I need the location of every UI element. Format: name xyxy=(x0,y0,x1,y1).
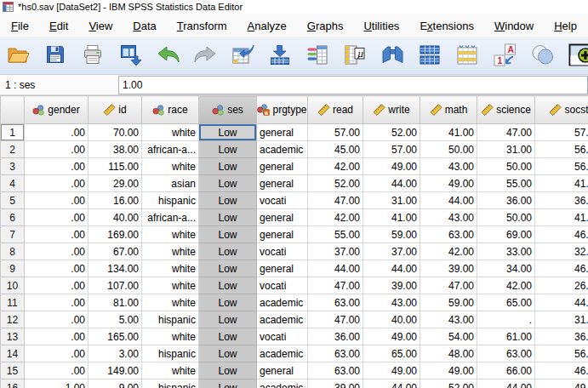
cell-science-1[interactable]: 47.00 xyxy=(477,124,535,141)
cell-math-5[interactable]: 44.00 xyxy=(420,192,477,209)
cell-gender-9[interactable]: .00 xyxy=(25,260,88,277)
cell-prgtype-8[interactable]: vocati xyxy=(257,243,308,260)
row-header-13[interactable]: 13 xyxy=(1,328,25,345)
row-header-7[interactable]: 7 xyxy=(1,226,25,243)
row-header-5[interactable]: 5 xyxy=(1,192,25,209)
cell-socst-11[interactable]: 44.00 xyxy=(535,294,588,311)
select-all-corner[interactable] xyxy=(1,96,25,124)
cell-socst-15[interactable]: 46.00 xyxy=(535,362,588,379)
row-header-8[interactable]: 8 xyxy=(1,243,25,260)
cell-write-8[interactable]: 37.00 xyxy=(363,243,420,260)
cell-read-5[interactable]: 47.00 xyxy=(308,192,363,209)
row-header-12[interactable]: 12 xyxy=(1,311,25,328)
cell-read-14[interactable]: 63.00 xyxy=(308,345,363,362)
cell-socst-7[interactable]: 46.00 xyxy=(535,226,588,243)
column-header-race[interactable]: race xyxy=(142,96,199,124)
cell-math-7[interactable]: 63.00 xyxy=(420,226,477,243)
cell-gender-7[interactable]: .00 xyxy=(25,226,88,243)
cell-read-1[interactable]: 57.00 xyxy=(308,124,363,141)
cell-ses-12[interactable]: Low xyxy=(199,311,257,328)
cell-prgtype-2[interactable]: academic xyxy=(257,141,308,158)
cell-race-12[interactable]: hispanic xyxy=(142,311,199,328)
row-header-11[interactable]: 11 xyxy=(1,294,25,311)
cell-write-15[interactable]: 49.00 xyxy=(363,362,420,379)
cell-prgtype-12[interactable]: academic xyxy=(257,311,308,328)
cell-prgtype-6[interactable]: general xyxy=(257,209,308,226)
cell-gender-8[interactable]: .00 xyxy=(25,243,88,260)
cell-id-3[interactable]: 115.00 xyxy=(88,158,142,175)
cell-socst-8[interactable]: 32.00 xyxy=(535,243,588,260)
cell-math-11[interactable]: 59.00 xyxy=(420,294,477,311)
cell-race-2[interactable]: african-a... xyxy=(142,141,199,158)
cell-id-4[interactable]: 29.00 xyxy=(88,175,142,192)
cell-id-8[interactable]: 67.00 xyxy=(88,243,142,260)
cell-write-16[interactable]: 44.00 xyxy=(363,379,420,388)
row-header-10[interactable]: 10 xyxy=(1,277,25,294)
cell-socst-2[interactable]: 56.00 xyxy=(535,141,588,158)
menu-view[interactable]: View xyxy=(78,15,123,37)
cell-write-1[interactable]: 52.00 xyxy=(363,124,420,141)
cell-race-3[interactable]: white xyxy=(142,158,199,175)
cell-write-4[interactable]: 44.00 xyxy=(363,175,420,192)
cell-math-16[interactable]: 52.00 xyxy=(420,379,477,388)
column-header-ses[interactable]: ses xyxy=(199,96,257,124)
cell-id-16[interactable]: 9.00 xyxy=(88,379,142,388)
cell-write-2[interactable]: 57.00 xyxy=(363,141,420,158)
column-header-id[interactable]: id xyxy=(88,96,142,124)
row-header-6[interactable]: 6 xyxy=(1,209,25,226)
menu-window[interactable]: Window xyxy=(484,15,544,37)
cell-gender-14[interactable]: .00 xyxy=(25,345,88,362)
cell-socst-13[interactable]: 36.00 xyxy=(535,328,588,345)
cell-read-8[interactable]: 37.00 xyxy=(308,243,363,260)
cell-id-14[interactable]: 3.00 xyxy=(88,345,142,362)
goto-variable-button[interactable] xyxy=(266,42,294,71)
column-header-math[interactable]: math xyxy=(420,96,477,124)
cell-science-11[interactable]: 65.00 xyxy=(477,294,535,311)
cell-socst-16[interactable]: 49.00 xyxy=(535,379,588,388)
cell-write-6[interactable]: 41.00 xyxy=(363,209,420,226)
cell-prgtype-3[interactable]: general xyxy=(257,158,308,175)
cell-socst-12[interactable]: 31.00 xyxy=(535,311,588,328)
column-header-socst[interactable]: socst xyxy=(535,96,588,124)
show-all-variables-button[interactable] xyxy=(566,42,588,71)
cell-science-3[interactable]: 50.00 xyxy=(477,158,535,175)
cell-race-1[interactable]: white xyxy=(142,124,199,141)
cell-write-9[interactable]: 44.00 xyxy=(363,260,420,277)
menu-extensions[interactable]: Extensions xyxy=(409,15,484,37)
cell-socst-5[interactable]: 36.00 xyxy=(535,192,588,209)
open-data-button[interactable] xyxy=(4,42,31,71)
cell-math-10[interactable]: 47.00 xyxy=(420,277,477,294)
cell-ses-2[interactable]: Low xyxy=(199,141,257,158)
cell-ses-3[interactable]: Low xyxy=(199,158,257,175)
cell-ses-13[interactable]: Low xyxy=(199,328,257,345)
cell-gender-16[interactable]: 1.00 xyxy=(25,379,88,388)
cell-write-7[interactable]: 59.00 xyxy=(363,226,420,243)
recall-dialogs-button[interactable] xyxy=(117,42,144,71)
cell-math-2[interactable]: 50.00 xyxy=(420,141,477,158)
cell-socst-6[interactable]: 41.00 xyxy=(535,209,588,226)
cell-id-1[interactable]: 70.00 xyxy=(88,124,142,141)
descriptive-statistics-button[interactable]: μ xyxy=(341,42,368,71)
menu-data[interactable]: Data xyxy=(123,15,166,37)
cell-prgtype-5[interactable]: vocati xyxy=(257,192,308,209)
cell-write-3[interactable]: 49.00 xyxy=(363,158,420,175)
cell-prgtype-13[interactable]: vocati xyxy=(257,328,308,345)
cell-gender-5[interactable]: .00 xyxy=(25,192,88,209)
cell-math-6[interactable]: 43.00 xyxy=(420,209,477,226)
menu-utilities[interactable]: Utilities xyxy=(353,15,409,37)
cell-science-8[interactable]: 33.00 xyxy=(477,243,535,260)
cell-gender-1[interactable]: .00 xyxy=(25,124,88,141)
redo-button[interactable] xyxy=(191,42,219,71)
cell-write-5[interactable]: 31.00 xyxy=(363,192,420,209)
cell-science-2[interactable]: 31.00 xyxy=(477,141,535,158)
cell-science-5[interactable]: 36.00 xyxy=(477,192,535,209)
find-button[interactable] xyxy=(379,42,406,71)
cell-race-14[interactable]: hispanic xyxy=(142,345,199,362)
cell-read-10[interactable]: 47.00 xyxy=(308,277,363,294)
cell-id-10[interactable]: 107.00 xyxy=(88,277,142,294)
cell-read-3[interactable]: 42.00 xyxy=(308,158,363,175)
cell-socst-4[interactable]: 41.00 xyxy=(535,175,588,192)
row-header-3[interactable]: 3 xyxy=(1,158,25,175)
cell-race-16[interactable]: hispanic xyxy=(142,379,199,388)
cell-read-16[interactable]: 39.00 xyxy=(308,379,363,388)
